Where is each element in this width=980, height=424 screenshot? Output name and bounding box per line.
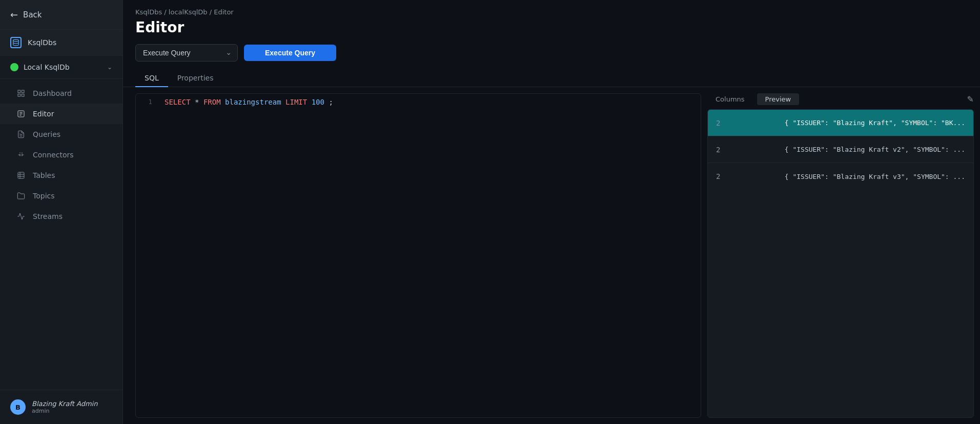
page-title: Editor <box>135 19 968 36</box>
result-row-1[interactable]: 2 { "ISSUER": "Blazing Kraft v2", "SYMBO… <box>708 136 973 163</box>
tab-columns[interactable]: Columns <box>707 93 753 105</box>
main-header: KsqlDbs / localKsqlDb / Editor Editor Ex… <box>123 0 980 70</box>
results-panel: Columns Preview ✎ 2 { "ISSUER": "Blazing… <box>707 93 974 418</box>
row-num-1: 2 <box>716 146 726 154</box>
query-type-select[interactable]: Execute Query <box>135 44 238 62</box>
sidebar-item-dashboard[interactable]: Dashboard <box>0 83 122 104</box>
sidebar-nav: Dashboard Editor Queries Connectors Tabl <box>0 79 122 390</box>
sidebar-db-item[interactable]: KsqlDbs <box>0 30 122 56</box>
main-content: KsqlDbs / localKsqlDb / Editor Editor Ex… <box>123 0 980 424</box>
tables-icon <box>16 171 26 180</box>
avatar: B <box>10 399 26 415</box>
results-header: Columns Preview ✎ <box>707 93 974 109</box>
sidebar-instance[interactable]: Local KsqlDb ⌄ <box>0 56 122 79</box>
keyword-from: FROM <box>203 98 221 106</box>
execute-query-button[interactable]: Execute Query <box>244 45 336 61</box>
semicolon: ; <box>329 98 333 106</box>
dashboard-icon <box>16 89 26 98</box>
result-row-0[interactable]: 2 { "ISSUER": "Blazing Kraft", "SYMBOL":… <box>708 110 973 136</box>
symbol-star: * <box>195 98 203 106</box>
editor-tabs: SQL Properties <box>123 70 980 87</box>
sidebar-item-tables-label: Tables <box>33 171 55 179</box>
instance-status-dot <box>10 63 18 71</box>
back-button[interactable]: ← Back <box>0 0 122 30</box>
topics-icon <box>16 191 26 200</box>
connectors-icon <box>16 150 26 159</box>
breadcrumb-text: KsqlDbs / localKsqlDb / Editor <box>135 8 234 16</box>
row-data-2: { "ISSUER": "Blazing Kraft v3", "SYMBOL"… <box>734 173 965 180</box>
keyword-limit: LIMIT <box>285 98 307 106</box>
code-line-1: 1 SELECT * FROM blazingstream LIMIT 100 … <box>136 94 701 106</box>
user-name: Blazing Kraft Admin <box>32 400 97 408</box>
pencil-icon[interactable]: ✎ <box>967 94 974 104</box>
row-data-1: { "ISSUER": "Blazing Kraft v2", "SYMBOL"… <box>734 146 965 153</box>
table-name: blazingstream <box>225 98 285 106</box>
back-label: Back <box>23 10 42 19</box>
breadcrumb: KsqlDbs / localKsqlDb / Editor <box>135 8 968 16</box>
editor-icon <box>16 109 26 118</box>
svg-rect-1 <box>18 90 21 93</box>
sidebar: ← Back KsqlDbs Local KsqlDb ⌄ Dashboard <box>0 0 123 424</box>
sidebar-item-topics[interactable]: Topics <box>0 186 122 206</box>
sidebar-item-streams[interactable]: Streams <box>0 206 122 227</box>
code-editor[interactable]: 1 SELECT * FROM blazingstream LIMIT 100 … <box>135 93 701 418</box>
svg-point-0 <box>13 39 19 42</box>
sidebar-footer: B Blazing Kraft Admin admin <box>0 390 122 424</box>
streams-icon <box>16 212 26 221</box>
keyword-select: SELECT <box>165 98 191 106</box>
sidebar-item-connectors-label: Connectors <box>33 151 74 159</box>
sidebar-item-editor[interactable]: Editor <box>0 104 122 124</box>
row-num-2: 2 <box>716 172 726 180</box>
svg-rect-2 <box>22 90 24 93</box>
results-table: 2 { "ISSUER": "Blazing Kraft", "SYMBOL":… <box>707 109 974 418</box>
svg-rect-3 <box>22 94 24 96</box>
sidebar-item-tables[interactable]: Tables <box>0 165 122 186</box>
editor-body: 1 SELECT * FROM blazingstream LIMIT 100 … <box>123 87 980 424</box>
instance-label: Local KsqlDb <box>24 63 102 71</box>
sidebar-item-streams-label: Streams <box>33 212 63 220</box>
sidebar-item-queries-label: Queries <box>33 130 60 138</box>
user-role: admin <box>32 408 97 414</box>
sidebar-item-topics-label: Topics <box>33 192 55 200</box>
sidebar-item-dashboard-label: Dashboard <box>33 89 72 97</box>
sidebar-item-editor-label: Editor <box>33 110 54 118</box>
row-num-0: 2 <box>716 119 726 127</box>
svg-rect-10 <box>18 172 24 178</box>
row-data-0: { "ISSUER": "Blazing Kraft", "SYMBOL": "… <box>734 119 965 127</box>
sidebar-item-connectors[interactable]: Connectors <box>0 145 122 165</box>
chevron-down-icon: ⌄ <box>107 64 112 71</box>
sidebar-item-queries[interactable]: Queries <box>0 124 122 145</box>
tab-properties[interactable]: Properties <box>168 70 223 87</box>
tab-preview[interactable]: Preview <box>757 93 800 105</box>
svg-rect-4 <box>18 94 21 96</box>
line-number-1: 1 <box>136 98 160 106</box>
queries-icon <box>16 130 26 139</box>
line-content-1: SELECT * FROM blazingstream LIMIT 100 ; <box>160 98 337 106</box>
limit-value: 100 <box>312 98 324 106</box>
query-select-wrapper: Execute Query <box>135 44 238 62</box>
back-arrow-icon: ← <box>10 9 18 20</box>
user-info: Blazing Kraft Admin admin <box>32 400 97 414</box>
tab-sql[interactable]: SQL <box>135 70 168 87</box>
toolbar: Execute Query Execute Query <box>135 44 968 62</box>
result-row-2[interactable]: 2 { "ISSUER": "Blazing Kraft v3", "SYMBO… <box>708 163 973 190</box>
sidebar-db-label: KsqlDbs <box>28 38 56 47</box>
db-icon <box>10 37 22 48</box>
